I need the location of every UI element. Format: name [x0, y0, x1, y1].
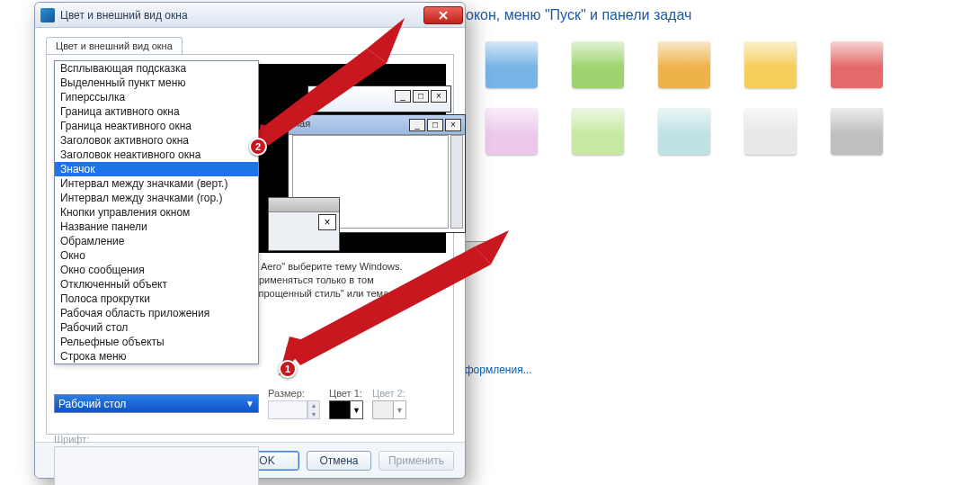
list-item[interactable]: Полоса прокрутки	[55, 292, 258, 306]
list-item[interactable]: Окно	[55, 248, 258, 263]
color-swatch[interactable]	[744, 108, 797, 155]
maximize-icon: □	[413, 90, 429, 103]
list-item[interactable]: Заголовок неактивного окна	[55, 148, 258, 162]
chevron-down-icon: ▼	[245, 399, 254, 409]
color-swatch-grid	[486, 41, 894, 162]
minimize-icon: _	[395, 90, 411, 103]
color-swatch[interactable]	[658, 108, 710, 155]
page-heading: окон, меню "Пуск" и панели задач	[466, 7, 691, 23]
preview-caption-fragment: ная	[294, 118, 310, 129]
list-item[interactable]: Выделенный пункт меню	[55, 76, 258, 90]
color-swatch[interactable]	[572, 108, 624, 155]
preview-area: _ □ × ная _ □ ×	[254, 64, 446, 253]
color-swatch[interactable]	[572, 41, 624, 88]
instruction-text: s Aero" выберите тему Windows. применять…	[254, 260, 446, 301]
color2-picker: ▼	[372, 400, 406, 419]
list-item[interactable]: Граница активного окна	[55, 104, 258, 119]
tab-pane: _ □ × ная _ □ ×	[46, 54, 454, 435]
list-item[interactable]: Рабочая область приложения	[55, 306, 258, 320]
combobox-value: Рабочий стол	[58, 398, 126, 410]
list-item[interactable]: Обрамление	[55, 234, 258, 248]
maximize-icon: □	[427, 119, 443, 131]
minimize-icon: _	[409, 119, 425, 131]
list-item[interactable]: Интервал между значками (верт.)	[55, 176, 258, 191]
size-label: Размер:	[268, 388, 320, 399]
badge-2: 2	[249, 138, 267, 156]
list-item[interactable]: Отключенный объект	[55, 277, 258, 292]
list-item[interactable]: Кнопки управления окном	[55, 205, 258, 220]
list-item[interactable]: Заголовок активного окна	[55, 133, 258, 148]
color-swatch[interactable]	[658, 41, 710, 88]
color-swatch[interactable]	[831, 41, 883, 88]
window-title: Цвет и внешний вид окна	[60, 9, 423, 22]
close-icon: ×	[318, 214, 336, 230]
color1-picker[interactable]: ▼	[329, 400, 363, 419]
preview-inactive-window: _ □ ×	[307, 85, 451, 112]
close-icon: ×	[431, 90, 447, 103]
font-combobox: ▾	[54, 446, 259, 485]
close-icon: ×	[445, 119, 461, 131]
list-item[interactable]: Всплывающая подсказка	[55, 61, 258, 76]
list-item[interactable]: Значок	[55, 162, 258, 176]
badge-1: 1	[279, 360, 297, 378]
close-button[interactable]	[423, 6, 463, 24]
close-icon	[438, 11, 449, 20]
color2-label: Цвет 2:	[372, 388, 406, 399]
list-item[interactable]: Окно сообщения	[55, 263, 258, 277]
preview-scrollbar	[450, 135, 463, 229]
list-item[interactable]: Гиперссылка	[55, 90, 258, 104]
color1-label: Цвет 1:	[329, 388, 363, 399]
titlebar[interactable]: Цвет и внешний вид окна	[35, 3, 465, 28]
color-swatch[interactable]	[486, 41, 538, 88]
tab-color-appearance[interactable]: Цвет и внешний вид окна	[46, 37, 183, 54]
element-combobox[interactable]: Рабочий стол ▼	[54, 394, 259, 413]
list-item[interactable]: Строка меню	[55, 349, 258, 364]
size-input[interactable]	[268, 400, 307, 419]
color-swatch[interactable]	[744, 41, 797, 88]
size-spinner[interactable]: ▲▼	[307, 400, 320, 419]
list-item[interactable]: Рельефные объекты	[55, 335, 258, 349]
list-item[interactable]: Рабочий стол	[55, 320, 258, 335]
color-swatch[interactable]	[486, 108, 538, 155]
preview-message-box: ×	[268, 197, 340, 251]
advanced-link[interactable]: оформления...	[459, 364, 532, 376]
color-swatch[interactable]	[831, 108, 883, 155]
element-dropdown-list[interactable]: Всплывающая подсказкаВыделенный пункт ме…	[54, 60, 259, 364]
color-appearance-dialog: Цвет и внешний вид окна Цвет и внешний в…	[34, 2, 466, 479]
list-item[interactable]: Интервал между значками (гор.)	[55, 191, 258, 205]
font-label: Шрифт:	[54, 434, 259, 445]
list-item[interactable]: Название панели	[55, 220, 258, 234]
list-item[interactable]: Граница неактивного окна	[55, 119, 258, 133]
window-icon	[40, 8, 55, 22]
